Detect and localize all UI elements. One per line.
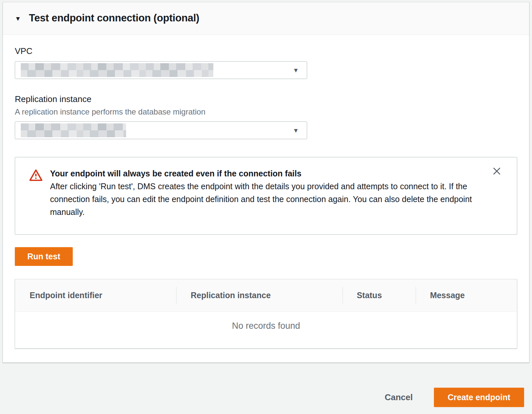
dropdown-caret-icon: ▼ [293,127,299,134]
caret-down-icon: ▼ [15,15,21,22]
replication-instance-select[interactable]: ▼ [15,121,307,139]
section-body: VPC ▼ Replication instance A replication… [3,35,529,362]
replication-instance-description: A replication instance performs the data… [15,107,517,116]
test-results-table: Endpoint identifier Replication instance… [15,279,517,349]
warning-triangle-icon [29,168,43,219]
page: ▼ Test endpoint connection (optional) VP… [0,0,532,414]
form-actions-footer: Cancel Create endpoint [3,363,529,414]
run-test-button[interactable]: Run test [15,247,73,266]
warning-content: Your endpoint will always be created eve… [50,167,502,219]
empty-state-message: No records found [15,312,517,348]
vpc-field: VPC ▼ [15,46,517,79]
column-header-status: Status [342,279,416,311]
table-header-row: Endpoint identifier Replication instance… [15,279,517,312]
test-endpoint-connection-section: ▼ Test endpoint connection (optional) VP… [3,2,529,363]
column-header-message: Message [415,279,517,311]
replication-instance-field: Replication instance A replication insta… [15,94,517,139]
cancel-button[interactable]: Cancel [385,392,412,402]
dropdown-caret-icon: ▼ [293,67,299,73]
column-header-endpoint-identifier: Endpoint identifier [15,279,176,311]
section-title: Test endpoint connection (optional) [29,12,200,24]
column-header-replication-instance: Replication instance [176,279,342,311]
close-icon [492,166,502,177]
warning-title: Your endpoint will always be created eve… [50,167,473,180]
vpc-label: VPC [15,46,517,56]
vpc-select[interactable]: ▼ [15,61,307,79]
close-warning-button[interactable] [491,166,502,177]
replication-instance-label: Replication instance [15,94,517,104]
warning-body: After clicking 'Run test', DMS creates t… [50,180,473,219]
warning-alert: Your endpoint will always be created eve… [15,157,517,235]
section-header-toggle[interactable]: ▼ Test endpoint connection (optional) [3,2,529,35]
redacted-replication-value [21,123,126,137]
redacted-vpc-value [21,63,213,77]
create-endpoint-button[interactable]: Create endpoint [434,388,524,407]
